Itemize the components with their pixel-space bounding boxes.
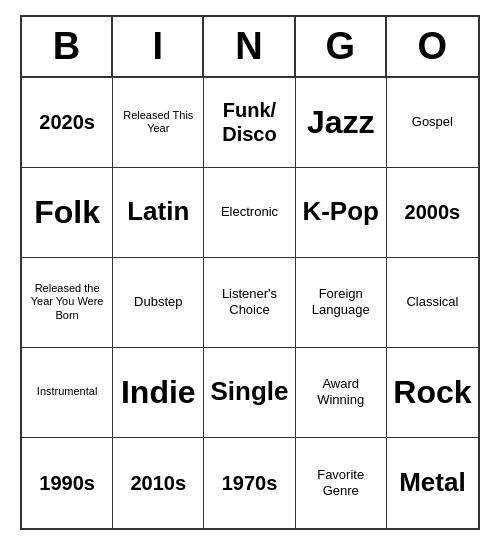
bingo-cell: Folk [22, 168, 113, 258]
header-letter: G [296, 17, 387, 76]
bingo-cell: K-Pop [296, 168, 387, 258]
bingo-cell: 2020s [22, 78, 113, 168]
bingo-cell: Single [204, 348, 295, 438]
bingo-cell: Metal [387, 438, 478, 528]
bingo-cell: 1970s [204, 438, 295, 528]
bingo-cell: Instrumental [22, 348, 113, 438]
bingo-cell: Gospel [387, 78, 478, 168]
bingo-cell: Favorite Genre [296, 438, 387, 528]
bingo-grid: 2020sReleased This YearFunk/ DiscoJazzGo… [22, 78, 478, 528]
bingo-cell: 2010s [113, 438, 204, 528]
bingo-cell: Award Winning [296, 348, 387, 438]
bingo-cell: Indie [113, 348, 204, 438]
bingo-card: BINGO 2020sReleased This YearFunk/ Disco… [20, 15, 480, 530]
bingo-cell: Classical [387, 258, 478, 348]
header-letter: B [22, 17, 113, 76]
header-letter: N [204, 17, 295, 76]
bingo-cell: Dubstep [113, 258, 204, 348]
bingo-cell: 1990s [22, 438, 113, 528]
bingo-header: BINGO [22, 17, 478, 78]
header-letter: I [113, 17, 204, 76]
bingo-cell: Released the Year You Were Born [22, 258, 113, 348]
bingo-cell: Latin [113, 168, 204, 258]
bingo-cell: 2000s [387, 168, 478, 258]
bingo-cell: Foreign Language [296, 258, 387, 348]
header-letter: O [387, 17, 478, 76]
bingo-cell: Funk/ Disco [204, 78, 295, 168]
bingo-cell: Released This Year [113, 78, 204, 168]
bingo-cell: Listener's Choice [204, 258, 295, 348]
bingo-cell: Rock [387, 348, 478, 438]
bingo-cell: Electronic [204, 168, 295, 258]
bingo-cell: Jazz [296, 78, 387, 168]
